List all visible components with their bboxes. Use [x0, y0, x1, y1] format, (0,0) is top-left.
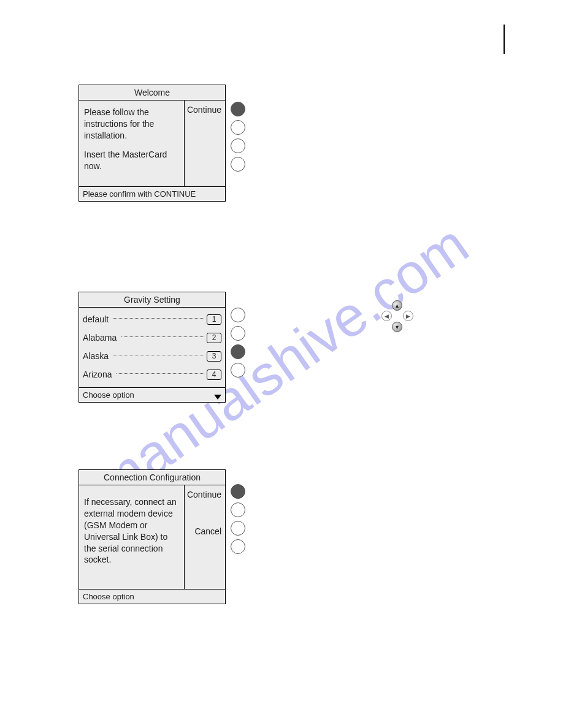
welcome-title: Welcome: [79, 85, 225, 100]
connection-button-1[interactable]: [231, 484, 245, 499]
dpad-right-button[interactable]: ▶: [403, 311, 413, 321]
gravity-footer-text: Choose option: [83, 390, 134, 400]
gravity-footer: Choose option: [79, 387, 225, 402]
welcome-body-line1: Please follow the instructions for the i…: [84, 107, 179, 142]
welcome-button-3[interactable]: [231, 138, 245, 153]
connection-softkey-4: [185, 540, 225, 559]
dots-leader: [121, 336, 204, 337]
welcome-softkey-column: Continue: [185, 100, 225, 186]
gravity-button-1[interactable]: [231, 308, 245, 322]
list-item[interactable]: Alabama 2: [83, 328, 221, 347]
welcome-softkey-4: [185, 156, 225, 174]
connection-button-column: [231, 484, 245, 554]
connection-footer: Choose option: [79, 589, 225, 604]
connection-button-4[interactable]: [231, 539, 245, 554]
connection-device: Connection Configuration If necessary, c…: [79, 469, 226, 604]
connection-button-3[interactable]: [231, 521, 245, 536]
gravity-item-2-num: 2: [207, 333, 221, 343]
dpad-left-button[interactable]: ◀: [381, 311, 392, 321]
connection-title: Connection Configuration: [79, 470, 225, 485]
gravity-item-4-num: 4: [207, 370, 221, 380]
dots-leader: [113, 318, 204, 319]
gravity-device: Gravity Setting default 1 Alabama 2 Alas…: [79, 292, 226, 403]
gravity-button-3[interactable]: [231, 344, 245, 359]
list-item[interactable]: Alaska 3: [83, 347, 221, 365]
connection-softkey-3: Cancel: [185, 522, 225, 540]
dpad: ▲ ▼ ◀ ▶: [381, 300, 413, 332]
welcome-softkey-3: [185, 137, 225, 156]
list-item[interactable]: Arizona 4: [83, 365, 221, 384]
gravity-button-4[interactable]: [231, 363, 245, 377]
welcome-button-4[interactable]: [231, 157, 245, 172]
dpad-up-button[interactable]: ▲: [392, 300, 402, 311]
connection-softkey-1: Continue: [185, 485, 225, 504]
connection-body: If necessary, connect an external modem …: [79, 485, 185, 589]
gravity-button-2[interactable]: [231, 326, 245, 341]
connection-softkey-column: Continue Cancel: [185, 485, 225, 589]
welcome-button-1[interactable]: [231, 102, 245, 116]
gravity-button-column: [231, 308, 245, 377]
gravity-item-3-label: Alaska: [83, 351, 111, 361]
welcome-button-column: [231, 102, 245, 172]
welcome-softkey-2: [185, 119, 225, 137]
connection-block: Connection Configuration If necessary, c…: [79, 469, 245, 604]
gravity-item-3-num: 3: [207, 351, 221, 362]
gravity-list: default 1 Alabama 2 Alaska 3 Arizona 4: [79, 308, 225, 387]
gravity-item-2-label: Alabama: [83, 333, 119, 343]
connection-button-2[interactable]: [231, 502, 245, 517]
gravity-block: Gravity Setting default 1 Alabama 2 Alas…: [79, 292, 245, 403]
page-edge-mark: [504, 25, 505, 54]
dots-leader: [117, 373, 204, 374]
welcome-device: Welcome Please follow the instructions f…: [79, 85, 226, 202]
gravity-item-1-num: 1: [207, 314, 221, 325]
welcome-button-2[interactable]: [231, 120, 245, 135]
welcome-block: Welcome Please follow the instructions f…: [79, 85, 245, 202]
welcome-footer: Please confirm with CONTINUE: [79, 186, 225, 201]
list-item[interactable]: default 1: [83, 310, 221, 328]
gravity-item-4-label: Arizona: [83, 370, 114, 379]
welcome-body: Please follow the instructions for the i…: [79, 100, 185, 186]
dpad-down-button[interactable]: ▼: [392, 322, 402, 332]
connection-body-text: If necessary, connect an external modem …: [84, 496, 179, 566]
welcome-body-line2: Insert the MasterCard now.: [84, 149, 179, 172]
dots-leader: [113, 355, 204, 355]
gravity-item-1-label: default: [83, 314, 111, 324]
connection-softkey-2: [185, 504, 225, 522]
welcome-softkey-1: Continue: [185, 100, 225, 119]
gravity-title: Gravity Setting: [79, 292, 225, 308]
chevron-down-icon: [214, 395, 221, 400]
